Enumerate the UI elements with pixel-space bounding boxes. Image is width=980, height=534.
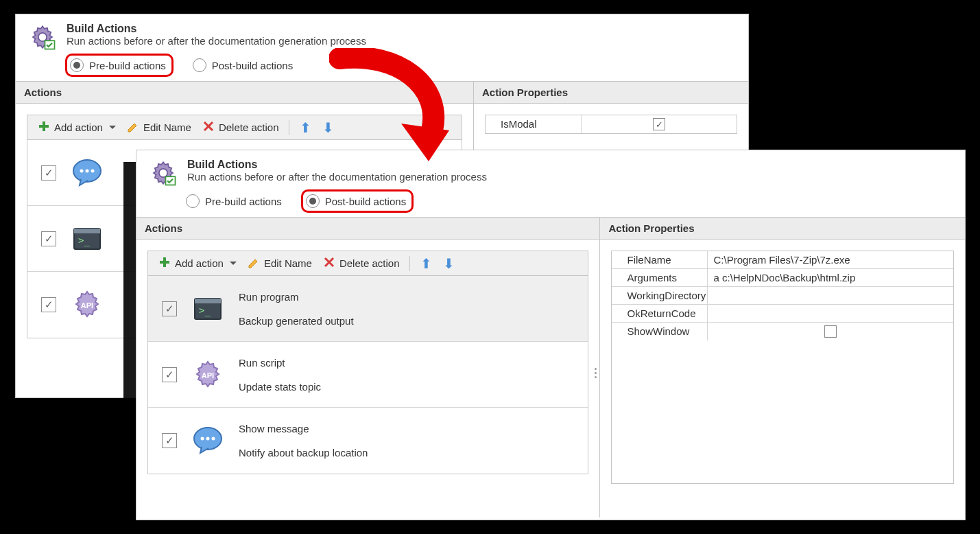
list-item[interactable]: ✓ Show message Notify about backup locat… [148, 408, 588, 474]
row-checkbox[interactable]: ✓ [162, 433, 177, 448]
edit-name-label: Edit Name [143, 121, 191, 133]
dropdown-icon [109, 126, 116, 129]
action-title: Show message [239, 423, 368, 434]
delete-action-button[interactable]: Delete action [320, 255, 403, 272]
add-action-label: Add action [54, 121, 103, 133]
property-key: WorkingDirectory [612, 287, 708, 304]
property-row[interactable]: WorkingDirectory [612, 287, 953, 305]
api-gear-icon: API [192, 359, 224, 391]
property-row[interactable]: IsModal ✓ [486, 115, 737, 133]
actions-list: ✓ >_ Run program Backup generated output… [147, 276, 588, 474]
action-subtitle: Update stats topic [239, 381, 321, 393]
row-checkbox[interactable]: ✓ [162, 367, 177, 382]
svg-text:>_: >_ [199, 305, 211, 316]
radio-postbuild-label: Post-build actions [325, 196, 406, 207]
property-row[interactable]: FileName C:\Program Files\7-Zip\7z.exe [612, 251, 953, 269]
delete-icon [323, 256, 335, 270]
property-key: ShowWindow [612, 323, 708, 340]
property-key: Arguments [612, 269, 708, 286]
row-checkbox[interactable]: ✓ [41, 297, 56, 312]
property-checkbox[interactable]: ✓ [653, 118, 665, 130]
plus-icon [38, 120, 50, 135]
message-icon [71, 157, 103, 189]
svg-rect-14 [195, 299, 221, 303]
add-action-label: Add action [175, 257, 224, 269]
row-checkbox[interactable]: ✓ [41, 165, 56, 181]
svg-text:API: API [81, 301, 93, 310]
header-desc: Run actions before or after the document… [67, 35, 366, 47]
message-icon [192, 425, 224, 456]
api-gear-icon: API [71, 289, 103, 321]
delete-action-button[interactable]: Delete action [199, 119, 283, 136]
gear-check-icon [28, 23, 57, 51]
header-title: Build Actions [67, 23, 366, 35]
radio-postbuild-label: Post-build actions [212, 60, 293, 71]
actions-toolbar: Add action Edit Name Delete action ⬆ ⬇ [27, 115, 462, 140]
edit-name-label: Edit Name [264, 257, 312, 269]
action-title: Run program [239, 291, 354, 303]
action-subtitle: Notify about backup location [239, 447, 368, 458]
property-row[interactable]: ShowWindow [612, 323, 953, 340]
arrow-up-icon: ⬆ [420, 257, 432, 270]
property-value[interactable] [708, 305, 953, 322]
section-props-header: Action Properties [474, 82, 748, 104]
action-subtitle: Backup generated output [239, 315, 354, 327]
list-item[interactable]: ✓ API Run script Update stats topic [148, 342, 588, 408]
section-actions-header: Actions [136, 218, 599, 240]
list-item[interactable]: ✓ >_ Run program Backup generated output [148, 276, 588, 342]
svg-rect-7 [74, 229, 100, 233]
add-action-button[interactable]: Add action [155, 255, 240, 272]
radio-prebuild[interactable]: Pre-build actions [70, 58, 166, 72]
section-props-header: Action Properties [600, 218, 965, 240]
property-value[interactable]: C:\Program Files\7-Zip\7z.exe [708, 251, 953, 268]
delete-action-label: Delete action [219, 121, 279, 133]
action-title: Run script [239, 357, 321, 369]
property-value[interactable] [708, 287, 953, 304]
radio-postbuild[interactable]: Post-build actions [306, 194, 406, 208]
arrow-down-icon: ⬇ [443, 257, 455, 270]
add-action-button[interactable]: Add action [34, 119, 119, 136]
radio-prebuild[interactable]: Pre-build actions [186, 194, 282, 208]
svg-point-0 [38, 33, 47, 41]
edit-name-button[interactable]: Edit Name [123, 119, 195, 136]
highlight-post: Post-build actions [301, 189, 414, 213]
property-row[interactable]: Arguments a c:\HelpNDoc\Backup\html.zip [612, 269, 953, 287]
svg-point-11 [159, 169, 167, 177]
terminal-icon: >_ [71, 223, 103, 255]
radio-prebuild-label: Pre-build actions [89, 60, 166, 71]
radio-postbuild[interactable]: Post-build actions [193, 58, 293, 72]
pencil-icon [248, 256, 260, 270]
move-down-button[interactable]: ⬇ [440, 255, 458, 272]
property-key: IsModal [486, 115, 582, 133]
delete-action-label: Delete action [339, 257, 400, 269]
property-row[interactable]: OkReturnCode [612, 305, 953, 323]
svg-point-4 [86, 169, 89, 172]
svg-point-18 [201, 437, 204, 441]
move-down-button[interactable]: ⬇ [319, 119, 337, 136]
svg-text:>_: >_ [78, 235, 90, 246]
panel-postbuild: Build Actions Run actions before or afte… [136, 150, 966, 520]
edit-name-button[interactable]: Edit Name [244, 255, 315, 272]
move-up-button[interactable]: ⬆ [296, 119, 315, 136]
arrow-up-icon: ⬆ [300, 121, 311, 135]
gear-check-icon [149, 159, 178, 187]
header-title: Build Actions [187, 159, 487, 171]
dropdown-icon [230, 262, 237, 265]
terminal-icon: >_ [192, 293, 224, 325]
property-key: FileName [612, 251, 708, 268]
move-up-button[interactable]: ⬆ [417, 255, 435, 272]
splitter-handle[interactable] [595, 368, 597, 378]
svg-point-19 [206, 437, 210, 441]
property-checkbox[interactable] [824, 325, 837, 338]
plus-icon [158, 256, 171, 270]
arrow-down-icon: ⬇ [322, 121, 334, 135]
row-checkbox[interactable]: ✓ [162, 301, 177, 316]
pencil-icon [127, 120, 139, 135]
svg-point-20 [212, 437, 215, 441]
header-desc: Run actions before or after the document… [187, 171, 487, 183]
row-checkbox[interactable]: ✓ [41, 231, 56, 246]
delete-icon [202, 120, 215, 135]
property-value[interactable]: a c:\HelpNDoc\Backup\html.zip [708, 269, 953, 286]
property-key: OkReturnCode [612, 305, 708, 322]
property-grid: IsModal ✓ [485, 115, 737, 134]
